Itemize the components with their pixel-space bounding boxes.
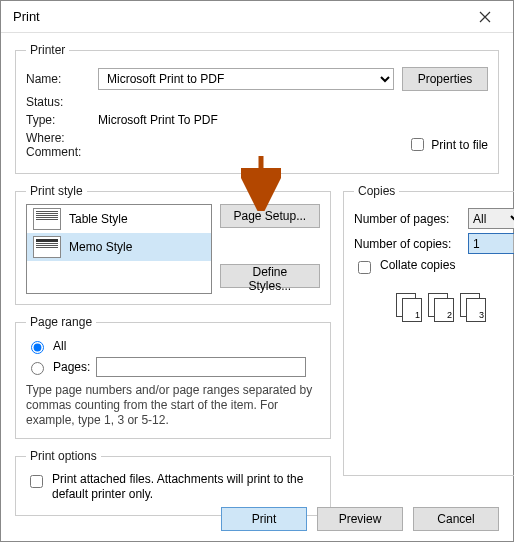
page-range-group: Page range All Pages: Type page numbers …	[15, 315, 331, 439]
print-dialog: Print Printer Name: Microsoft Print to P…	[0, 0, 514, 542]
status-label: Status:	[26, 95, 98, 109]
style-item-table[interactable]: Table Style	[27, 205, 211, 233]
style-item-memo[interactable]: Memo Style	[27, 233, 211, 261]
close-button[interactable]	[465, 1, 505, 33]
dialog-title: Print	[13, 9, 465, 24]
define-styles-button[interactable]: Define Styles...	[220, 264, 320, 288]
page-range-help: Type page numbers and/or page ranges sep…	[26, 383, 320, 428]
printer-name-select[interactable]: Microsoft Print to PDF	[98, 68, 394, 90]
name-label: Name:	[26, 72, 98, 86]
print-to-file-label: Print to file	[431, 138, 488, 152]
pages-radio[interactable]	[31, 362, 44, 375]
num-copies-label: Number of copies:	[354, 237, 462, 251]
page-setup-button[interactable]: Page Setup...	[220, 204, 320, 228]
pages-input[interactable]	[96, 357, 306, 377]
copies-group: Copies Number of pages: All Number of co…	[343, 184, 514, 476]
all-label: All	[53, 339, 66, 353]
style-item-label: Table Style	[69, 212, 128, 226]
all-radio[interactable]	[31, 341, 44, 354]
pages-label: Pages:	[53, 360, 90, 374]
type-label: Type:	[26, 113, 98, 127]
properties-button[interactable]: Properties	[402, 67, 488, 91]
style-list[interactable]: Table Style Memo Style	[26, 204, 212, 294]
close-icon	[479, 11, 491, 23]
collate-thumb-icon: 22	[428, 293, 454, 323]
printer-legend: Printer	[26, 43, 69, 57]
style-item-label: Memo Style	[69, 240, 132, 254]
collate-label: Collate copies	[380, 258, 455, 273]
where-label: Where:	[26, 131, 98, 145]
num-pages-select[interactable]: All	[468, 208, 514, 229]
collate-preview: 11 22 33	[354, 293, 514, 323]
print-button[interactable]: Print	[221, 507, 307, 531]
print-options-legend: Print options	[26, 449, 101, 463]
cancel-button[interactable]: Cancel	[413, 507, 499, 531]
titlebar: Print	[1, 1, 513, 33]
num-copies-input[interactable]	[469, 234, 513, 253]
print-to-file-checkbox[interactable]	[411, 138, 424, 151]
dialog-footer: Print Preview Cancel	[221, 507, 499, 531]
collate-thumb-icon: 11	[396, 293, 422, 323]
collate-thumb-icon: 33	[460, 293, 486, 323]
collate-checkbox[interactable]	[358, 261, 371, 274]
comment-label: Comment:	[26, 145, 98, 159]
copies-legend: Copies	[354, 184, 399, 198]
print-attached-checkbox[interactable]	[30, 475, 43, 488]
memo-style-icon	[33, 236, 61, 258]
num-copies-spinner[interactable]: ▲▼	[468, 233, 514, 254]
print-style-legend: Print style	[26, 184, 87, 198]
num-pages-label: Number of pages:	[354, 212, 462, 226]
print-style-group: Print style Table Style Memo Style	[15, 184, 331, 305]
page-range-legend: Page range	[26, 315, 96, 329]
type-value: Microsoft Print To PDF	[98, 113, 218, 127]
table-style-icon	[33, 208, 61, 230]
print-options-group: Print options Print attached files. Atta…	[15, 449, 331, 516]
print-attached-label: Print attached files. Attachments will p…	[52, 472, 320, 502]
printer-group: Printer Name: Microsoft Print to PDF Pro…	[15, 43, 499, 174]
preview-button[interactable]: Preview	[317, 507, 403, 531]
